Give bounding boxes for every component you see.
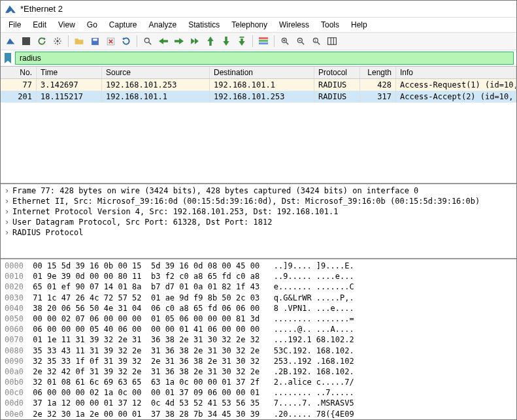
close-file-icon[interactable] — [103, 34, 118, 48]
filter-bar — [1, 50, 516, 67]
restart-capture-icon[interactable] — [35, 34, 49, 48]
hex-ascii: ..]9.... ]9....E. — [274, 261, 354, 270]
cell-length: 317 — [360, 91, 396, 103]
menu-edit[interactable]: Edit — [27, 19, 52, 31]
column-header-time[interactable]: Time — [37, 67, 102, 78]
menu-capture[interactable]: Capture — [104, 19, 142, 31]
hex-ascii: 8 .VPN1. ...e.... — [274, 304, 354, 313]
hex-offset: 0060 — [5, 325, 24, 334]
reload-file-icon[interactable] — [119, 34, 133, 48]
hex-offset: 00d0 — [5, 398, 24, 408]
menu-go[interactable]: Go — [82, 19, 103, 31]
cell-source: 192.168.101.253 — [102, 79, 210, 91]
zoom-out-icon[interactable] — [293, 34, 308, 48]
detail-tree-item[interactable]: Internet Protocol Version 4, Src: 192.16… — [3, 206, 514, 217]
svg-rect-6 — [240, 37, 244, 38]
menu-statistics[interactable]: Statistics — [183, 19, 225, 31]
hex-bytes[interactable]: 06 00 00 00 02 1a 0c 00 00 01 37 09 06 0… — [33, 388, 259, 397]
toolbar-separator — [68, 35, 69, 47]
hex-bytes[interactable]: 32 01 08 61 6c 69 63 65 63 1a 0c 00 00 0… — [33, 378, 259, 387]
hex-bytes[interactable]: 01 9e 39 0d 00 00 80 11 b3 f2 c0 a8 65 f… — [33, 272, 259, 281]
column-header-info[interactable]: Info — [396, 67, 516, 78]
hex-bytes[interactable]: 00 15 5d 39 16 0b 00 15 5d 39 16 0d 08 0… — [33, 261, 259, 270]
hex-offset: 0090 — [5, 357, 24, 366]
colorize-icon[interactable] — [256, 34, 271, 48]
hex-bytes[interactable]: 38 20 06 56 50 4e 31 04 06 c0 a8 65 fd 0… — [33, 304, 259, 313]
hex-offset: 0080 — [5, 346, 24, 355]
hex-bytes[interactable]: 06 00 00 00 05 40 06 00 00 00 01 41 06 0… — [33, 325, 259, 334]
column-header-length[interactable]: Length — [360, 67, 396, 78]
column-header-destination[interactable]: Destination — [210, 67, 314, 78]
open-file-icon[interactable] — [72, 34, 86, 48]
display-filter-input[interactable] — [15, 52, 514, 65]
hex-ascii: .2B.192. 168.102. — [274, 367, 354, 376]
auto-scroll-icon[interactable] — [235, 34, 249, 48]
go-last-icon[interactable] — [219, 34, 233, 48]
hex-bytes[interactable]: 65 01 ef 90 07 14 01 8a b7 d7 01 0a 01 8… — [33, 282, 259, 291]
detail-tree-item[interactable]: Frame 77: 428 bytes on wire (3424 bits),… — [3, 186, 514, 196]
column-header-protocol[interactable]: Protocol — [314, 67, 360, 78]
go-back-icon[interactable] — [156, 34, 171, 48]
hex-bytes[interactable]: 2e 32 42 0f 31 39 32 2e 31 36 38 2e 31 3… — [33, 367, 259, 376]
menu-tools[interactable]: Tools — [316, 19, 344, 31]
svg-rect-8 — [259, 40, 268, 42]
packet-row[interactable]: 20118.115217192.168.101.1192.168.101.253… — [1, 91, 516, 103]
window-title: *Ethernet 2 — [20, 4, 63, 14]
hex-bytes[interactable]: 35 33 43 11 31 39 32 2e 31 36 38 2e 31 3… — [33, 346, 259, 355]
app-icon — [5, 3, 16, 15]
zoom-reset-icon[interactable]: 1 — [309, 34, 324, 48]
column-header-no[interactable]: No. — [1, 67, 37, 78]
cell-time: 3.142697 — [37, 79, 102, 91]
menu-analyze[interactable]: Analyze — [144, 19, 182, 31]
packet-list-header: No. Time Source Destination Protocol Len… — [1, 67, 516, 79]
hex-ascii: 2..alice c.....7/ — [274, 378, 354, 387]
hex-ascii: 253..192 .168.102 — [274, 357, 354, 366]
cell-source: 192.168.101.1 — [102, 91, 210, 103]
hex-bytes[interactable]: 01 1e 11 31 39 32 2e 31 36 38 2e 31 30 3… — [33, 335, 259, 344]
bookmark-icon[interactable] — [3, 52, 12, 64]
hex-bytes[interactable]: 71 1c 47 26 4c 72 57 52 01 ae 9d f9 8b 5… — [33, 293, 259, 302]
packet-list-pane[interactable]: No. Time Source Destination Protocol Len… — [1, 67, 516, 184]
packet-row[interactable]: 773.142697192.168.101.253192.168.101.1RA… — [1, 79, 516, 91]
hex-offset: 0050 — [5, 314, 24, 323]
go-to-packet-icon[interactable] — [188, 34, 202, 48]
cell-protocol: RADIUS — [314, 91, 360, 103]
hex-bytes[interactable]: 32 35 33 1f 0f 31 39 32 2e 31 36 38 2e 3… — [33, 357, 259, 366]
hex-offset: 0030 — [5, 293, 24, 302]
find-packet-icon[interactable] — [141, 34, 155, 48]
go-first-icon[interactable] — [203, 34, 218, 48]
hex-ascii: ........ .......= — [274, 314, 354, 323]
hex-bytes[interactable]: 00 00 02 07 06 00 00 00 01 05 06 00 00 0… — [33, 314, 259, 323]
stop-capture-icon[interactable] — [19, 34, 33, 48]
cell-no: 77 — [1, 79, 37, 91]
hex-bytes[interactable]: 2e 32 30 1a 2e 00 00 01 37 38 28 7b 34 4… — [33, 410, 259, 419]
menu-view[interactable]: View — [53, 19, 80, 31]
hex-ascii: e....... .......C — [274, 282, 354, 291]
menu-wireless[interactable]: Wireless — [274, 19, 314, 31]
menu-help[interactable]: Help — [346, 19, 373, 31]
svg-rect-14 — [328, 38, 337, 45]
capture-options-icon[interactable] — [50, 34, 65, 48]
hex-ascii: ...192.1 68.102.2 — [274, 335, 354, 344]
hex-offset: 0040 — [5, 304, 24, 313]
column-header-source[interactable]: Source — [102, 67, 210, 78]
hex-ascii: ..9..... ....e... — [274, 272, 354, 281]
detail-tree-item[interactable]: RADIUS Protocol — [3, 227, 514, 238]
svg-rect-9 — [259, 42, 268, 44]
save-file-icon[interactable] — [88, 34, 102, 48]
hex-bytes[interactable]: 37 1a 12 00 00 01 37 12 0c 4d 53 52 41 5… — [33, 398, 259, 408]
menu-telephony[interactable]: Telephony — [226, 19, 273, 31]
detail-tree-item[interactable]: User Datagram Protocol, Src Port: 61328,… — [3, 217, 514, 227]
toolbar-separator — [274, 35, 275, 47]
go-forward-icon[interactable] — [172, 34, 186, 48]
packet-details-pane[interactable]: Frame 77: 428 bytes on wire (3424 bits),… — [1, 184, 516, 259]
packet-bytes-pane[interactable]: 0000 00 15 5d 39 16 0b 00 15 5d 39 16 0d… — [1, 259, 516, 419]
resize-columns-icon[interactable] — [325, 34, 339, 48]
hex-offset: 0020 — [5, 282, 24, 291]
start-capture-icon[interactable] — [3, 34, 18, 48]
zoom-in-icon[interactable] — [278, 34, 292, 48]
cell-destination: 192.168.101.253 — [210, 91, 314, 103]
cell-info: Access-Accept(2) (id=10, l=275) — [396, 91, 516, 103]
detail-tree-item[interactable]: Ethernet II, Src: Microsof_39:16:0d (00:… — [3, 196, 514, 206]
menu-file[interactable]: File — [3, 19, 26, 31]
